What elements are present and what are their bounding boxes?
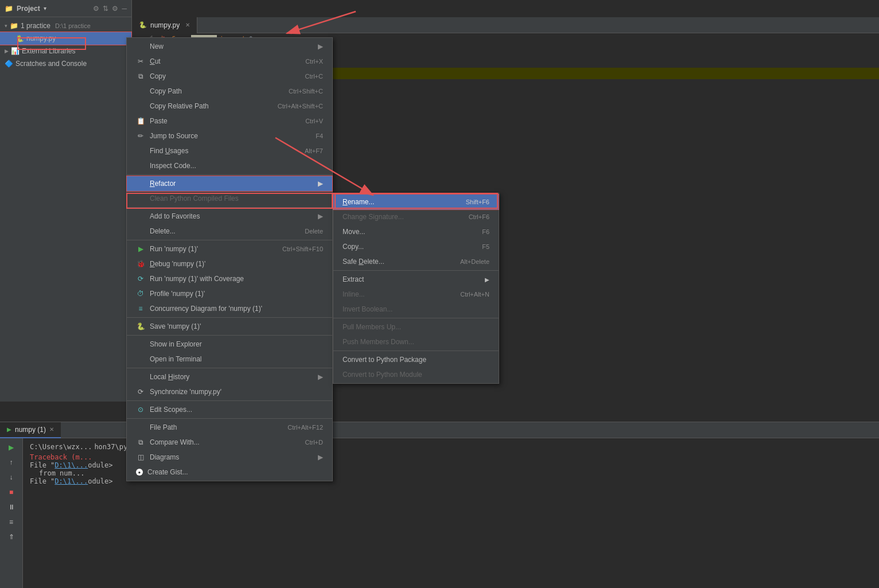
project-dropdown-icon[interactable]: ▾	[44, 5, 46, 11]
menu-item-cut[interactable]: ✂ Cut Ctrl+X	[127, 54, 332, 69]
jump-shortcut: F4	[316, 133, 323, 139]
menu-item-diagrams[interactable]: ◫ Diagrams ▶	[127, 450, 332, 465]
menu-item-run[interactable]: ▶ Run 'numpy (1)' Ctrl+Shift+F10	[127, 242, 332, 256]
save-icon: 🐍	[136, 322, 145, 330]
project-panel: 📁 Project ▾ ⚙ ⇅ ⚙ ─ ▾ 📁 1 practice D:\1 …	[0, 0, 132, 402]
convert-package-label: Convert to Python Package	[343, 356, 426, 364]
favorites-label: Add to Favorites	[150, 212, 313, 220]
menu-item-run-coverage[interactable]: ⟳ Run 'numpy (1)' with Coverage	[127, 271, 332, 286]
tab-close-icon[interactable]: ✕	[185, 22, 190, 28]
menu-item-profile[interactable]: ⏱ Profile 'numpy (1)'	[127, 286, 332, 301]
menu-item-jump[interactable]: ✏ Jump to Source F4	[127, 128, 332, 143]
collapse-icon[interactable]: ⇅	[103, 5, 108, 13]
tab-numpy[interactable]: 🐍 numpy.py ✕	[132, 17, 197, 33]
open-terminal-label: Open in Terminal	[150, 355, 323, 363]
inline-shortcut: Ctrl+Alt+N	[460, 291, 489, 298]
run-tab-run-icon: ▶	[7, 426, 11, 433]
local-history-label: Local History	[150, 373, 313, 381]
copy-submenu-label: Copy...	[343, 243, 364, 251]
history-arrow: ▶	[318, 373, 323, 381]
copy-shortcut: Ctrl+C	[305, 73, 323, 80]
menu-item-add-favorites[interactable]: Add to Favorites ▶	[127, 209, 332, 224]
new-label: New	[150, 42, 313, 50]
submenu-item-copy[interactable]: Copy... F5	[333, 239, 499, 254]
menu-item-clean-python: Clean Python Compiled Files	[127, 191, 332, 206]
run-down-button[interactable]: ↓	[3, 470, 20, 484]
tree-collapse-icon: ▾	[5, 23, 7, 29]
move-shortcut: F6	[482, 228, 489, 235]
menu-item-copy[interactable]: ⧉ Copy Ctrl+C	[127, 69, 332, 84]
menu-item-local-history[interactable]: Local History ▶	[127, 369, 332, 384]
menu-item-find-usages[interactable]: Find Usages Alt+F7	[127, 143, 332, 158]
folder-icon: 📁	[5, 5, 13, 13]
tree-item-external-libs[interactable]: ▶ 📊 External Libraries	[0, 45, 131, 57]
menu-item-synchronize[interactable]: ⟳ Synchronize 'numpy.py'	[127, 384, 332, 399]
menu-item-refactor[interactable]: Refactor ▶	[127, 176, 332, 191]
safe-delete-label: Safe Delete...	[343, 258, 384, 266]
submenu-sep-2	[333, 318, 499, 318]
menu-item-open-terminal[interactable]: Open in Terminal	[127, 352, 332, 367]
menu-item-save[interactable]: 🐍 Save 'numpy (1)'	[127, 319, 332, 334]
menu-item-edit-scopes[interactable]: ⊙ Edit Scopes...	[127, 402, 332, 417]
settings-icon[interactable]: ⚙	[93, 5, 99, 13]
compare-icon: ⧉	[136, 438, 145, 446]
submenu-item-safe-delete[interactable]: Safe Delete... Alt+Delete	[333, 254, 499, 269]
run-stop-button[interactable]: ■	[3, 485, 20, 499]
run-file-link1[interactable]: D:\1\...	[55, 461, 88, 469]
run-step2-button[interactable]: ⇑	[3, 530, 20, 544]
tree-item-practice[interactable]: ▾ 📁 1 practice D:\1 practice	[0, 20, 131, 32]
libs-icon: 📊	[11, 47, 20, 55]
refactor-arrow: ▶	[318, 180, 323, 188]
run-up-button[interactable]: ↑	[3, 455, 20, 469]
find-usages-label: Find Usages	[150, 147, 300, 155]
submenu-item-rename[interactable]: Rename... Shift+F6	[333, 194, 499, 209]
submenu-sep-3	[333, 351, 499, 351]
run-tab-numpy[interactable]: ▶ numpy (1) ✕	[0, 422, 61, 438]
copy-submenu-shortcut: F5	[482, 243, 489, 250]
menu-item-concurrency[interactable]: ≡ Concurrency Diagram for 'numpy (1)'	[127, 301, 332, 316]
copy-path-shortcut: Ctrl+Shift+C	[289, 88, 323, 95]
inspect-label: Inspect Code...	[150, 162, 323, 170]
run-pause-button[interactable]: ⏸	[3, 500, 20, 514]
project-tree: ▾ 📁 1 practice D:\1 practice 🐍 numpy.py …	[0, 17, 131, 72]
menu-item-compare-with[interactable]: ⧉ Compare With... Ctrl+D	[127, 435, 332, 450]
tree-item-scratches[interactable]: 🔷 Scratches and Console	[0, 57, 131, 70]
run-tab-close-icon[interactable]: ✕	[49, 426, 54, 433]
run-coverage-label: Run 'numpy (1)' with Coverage	[150, 275, 323, 283]
minimize-icon[interactable]: ─	[122, 5, 127, 13]
tree-item-numpy[interactable]: 🐍 numpy.py	[0, 32, 131, 45]
convert-module-label: Convert to Python Module	[343, 371, 422, 379]
project-title: Project	[17, 5, 40, 13]
menu-item-copy-rel-path[interactable]: Copy Relative Path Ctrl+Alt+Shift+C	[127, 99, 332, 114]
file-path-label: File Path	[150, 423, 283, 431]
run-step-button[interactable]: ≡	[3, 515, 20, 529]
paste-icon: 📋	[136, 117, 145, 125]
cut-shortcut: Ctrl+X	[305, 58, 323, 65]
menu-item-create-gist[interactable]: ● Create Gist...	[127, 465, 332, 480]
menu-item-paste[interactable]: 📋 Paste Ctrl+V	[127, 114, 332, 128]
refactor-submenu: Rename... Shift+F6 Change Signature... C…	[333, 193, 499, 384]
menu-item-new[interactable]: New ▶	[127, 39, 332, 54]
menu-item-inspect[interactable]: Inspect Code...	[127, 158, 332, 173]
menu-item-show-explorer[interactable]: Show in Explorer	[127, 337, 332, 352]
menu-item-copy-path[interactable]: Copy Path Ctrl+Shift+C	[127, 84, 332, 99]
context-menu: New ▶ ✂ Cut Ctrl+X ⧉ Copy Ctrl+C Copy Pa…	[126, 37, 333, 481]
numpy-py-icon: 🐍	[16, 35, 24, 42]
separator-2	[127, 207, 332, 208]
run-play-button[interactable]: ▶	[3, 441, 20, 454]
submenu-item-move[interactable]: Move... F6	[333, 224, 499, 239]
gear-icon[interactable]: ⚙	[112, 5, 118, 13]
profile-label: Profile 'numpy (1)'	[150, 290, 323, 298]
menu-item-debug[interactable]: 🐞 Debug 'numpy (1)'	[127, 256, 332, 271]
submenu-item-extract[interactable]: Extract ▶	[333, 272, 499, 287]
diagrams-icon: ◫	[136, 453, 145, 461]
menu-item-file-path[interactable]: File Path Ctrl+Alt+F12	[127, 420, 332, 435]
submenu-item-convert-package[interactable]: Convert to Python Package	[333, 352, 499, 367]
run-file-link2[interactable]: D:\1\...	[55, 477, 88, 485]
edit-scopes-label: Edit Scopes...	[150, 406, 323, 414]
concurrency-label: Concurrency Diagram for 'numpy (1)'	[150, 305, 323, 313]
sync-icon: ⟳	[136, 388, 145, 396]
invert-bool-label: Invert Boolean...	[343, 305, 392, 313]
menu-item-delete[interactable]: Delete... Delete	[127, 224, 332, 239]
run-shortcut: Ctrl+Shift+F10	[282, 246, 323, 252]
